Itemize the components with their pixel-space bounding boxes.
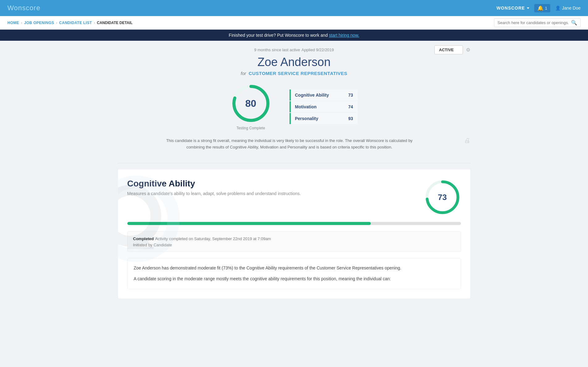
- status-button[interactable]: ACTIVE: [434, 45, 463, 54]
- wonscore-dropdown-arrow: [527, 7, 529, 9]
- print-icon[interactable]: 🖨: [464, 137, 470, 144]
- score-section: 80 Testing Complete Cognitive Ability 73…: [118, 83, 470, 130]
- user-icon: 👤: [555, 6, 561, 10]
- applied-text: Applied 9/22/2019: [302, 48, 334, 52]
- status-controls: ACTIVE ⚙: [434, 45, 470, 54]
- status-row: 9 months since last active Applied 9/22/…: [118, 47, 470, 52]
- score-item-motivation: Motivation 74: [290, 101, 357, 112]
- bell-icon: 🔔: [537, 5, 544, 11]
- testing-complete-label: Testing Complete: [236, 126, 265, 130]
- motivation-value: 74: [348, 104, 353, 109]
- summary-text: This candidate is a strong fit overall, …: [166, 138, 413, 151]
- notification-count: 1: [545, 6, 547, 10]
- search-input[interactable]: [497, 20, 569, 25]
- breadcrumb-sep-2: ›: [56, 21, 57, 25]
- user-name: Jane Doe: [562, 6, 581, 10]
- wonscore-dropdown[interactable]: WONSCORE: [497, 6, 529, 10]
- breadcrumb: HOME › JOB OPENINGS › CANDIDATE LIST › C…: [7, 21, 133, 25]
- score-item-personality: Personality 93: [290, 113, 357, 124]
- breadcrumb-sep-3: ›: [94, 21, 95, 25]
- breadcrumb-home[interactable]: HOME: [7, 21, 19, 25]
- top-right-nav: WONSCORE 🔔 1 👤 Jane Doe: [497, 4, 581, 12]
- assessment-section-cognitive: Cognitive Ability Measures a candidate's…: [118, 169, 470, 299]
- overall-score-number: 80: [245, 98, 256, 109]
- status-dropdown-arrow: [456, 49, 458, 51]
- score-item-cognitive: Cognitive Ability 73: [290, 90, 357, 101]
- position-label: CUSTOMER SERVICE REPRESENTATIVES: [249, 71, 347, 76]
- motivation-label: Motivation: [295, 104, 345, 109]
- cognitive-score-circle: 73: [424, 179, 461, 216]
- main-content: 9 months since last active Applied 9/22/…: [109, 41, 480, 311]
- status-label: ACTIVE: [439, 48, 454, 52]
- logo: Wonscore: [7, 4, 40, 12]
- personality-value: 93: [348, 116, 353, 121]
- overall-score-container: 80 Testing Complete: [231, 83, 271, 130]
- notifications-button[interactable]: 🔔 1: [534, 4, 550, 12]
- for-label: for CUSTOMER SERVICE REPRESENTATIVES: [118, 71, 470, 76]
- user-menu[interactable]: 👤 Jane Doe: [555, 6, 581, 10]
- breadcrumb-current: CANDIDATE DETAIL: [97, 21, 133, 25]
- breadcrumb-job-openings[interactable]: JOB OPENINGS: [24, 21, 54, 25]
- candidate-name: Zoe Anderson: [118, 56, 470, 69]
- section-divider: [118, 163, 470, 163]
- search-icon[interactable]: 🔍: [571, 20, 577, 26]
- cognitive-label: Cognitive Ability: [295, 93, 345, 98]
- overall-score-circle: 80: [231, 83, 271, 123]
- banner-text: Finished your test drive? Put Wonscore t…: [229, 33, 328, 38]
- last-active-text: 9 months since last active: [254, 48, 300, 52]
- settings-icon[interactable]: ⚙: [466, 47, 470, 53]
- breadcrumb-candidate-list[interactable]: CANDIDATE LIST: [59, 21, 92, 25]
- watermark: [118, 185, 186, 284]
- logo-score: score: [22, 4, 40, 12]
- banner: Finished your test drive? Put Wonscore t…: [0, 30, 588, 41]
- status-meta: 9 months since last active Applied 9/22/…: [254, 47, 334, 52]
- cognitive-value: 73: [348, 93, 353, 98]
- logo-won: Won: [7, 4, 22, 12]
- banner-link[interactable]: start hiring now.: [329, 33, 359, 38]
- personality-label: Personality: [295, 116, 345, 121]
- search-bar: 🔍: [494, 18, 581, 27]
- breadcrumb-bar: HOME › JOB OPENINGS › CANDIDATE LIST › C…: [0, 16, 588, 30]
- score-breakdown: Cognitive Ability 73 Motivation 74 Perso…: [290, 90, 357, 124]
- top-bar: Wonscore WONSCORE 🔔 1 👤 Jane Doe: [0, 0, 588, 16]
- cognitive-score-number: 73: [438, 192, 447, 202]
- breadcrumb-sep-1: ›: [21, 21, 22, 25]
- for-text: for: [241, 71, 246, 76]
- summary-row: This candidate is a strong fit overall, …: [118, 138, 470, 157]
